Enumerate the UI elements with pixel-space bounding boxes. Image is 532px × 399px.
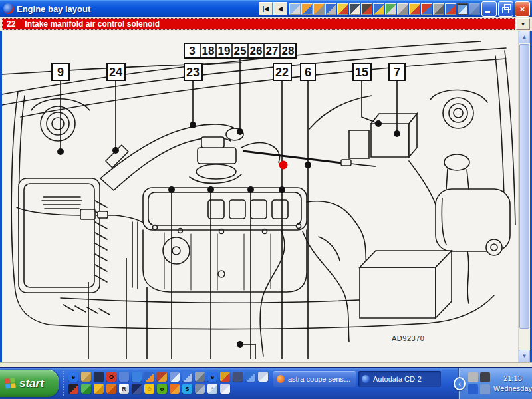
diagram-ref-code: AD92370: [392, 334, 424, 342]
window-bottom-border: [0, 362, 532, 367]
windows-flag-icon: [5, 378, 15, 388]
email-client-icon[interactable]: [182, 372, 192, 382]
system-tray: ‹ 21:13 Wednesday: [458, 368, 532, 399]
msn-people-icon[interactable]: [81, 384, 91, 394]
tray-chevron-button[interactable]: ‹: [454, 377, 466, 390]
component-dropdown[interactable]: 22 Intake manifold air control solenoid: [2, 18, 515, 30]
game-pad-icon[interactable]: [233, 372, 243, 382]
app-window: Engine bay layout |◀ ◀ × 22 Intake manif…: [0, 0, 532, 399]
scrollbar-track[interactable]: [519, 329, 530, 350]
color-grid-icon[interactable]: [68, 384, 78, 394]
skype-icon[interactable]: S: [182, 384, 192, 394]
diagram-canvas: 3 18 19 25 26 27 28 9 24 23: [0, 31, 532, 362]
svg-text:27: 27: [266, 45, 279, 57]
clock-time: 21:13: [493, 374, 532, 384]
media-plane-icon[interactable]: [132, 372, 142, 382]
quick-launch: eOe R☺oS*: [68, 368, 268, 399]
callout-group-box[interactable]: 3 18 19 25 26 27 28: [184, 43, 296, 58]
paperclip-tool-icon[interactable]: [119, 372, 129, 382]
green-player-icon[interactable]: o: [157, 384, 167, 394]
fuel-system-icon[interactable]: [361, 3, 372, 15]
callout-7[interactable]: 7: [389, 63, 405, 80]
smiley-app-icon[interactable]: ☺: [144, 384, 154, 394]
road-test-icon[interactable]: [289, 3, 301, 15]
svg-text:18: 18: [202, 45, 215, 57]
clock-day: Wednesday: [493, 384, 532, 394]
wheels-tyres-icon[interactable]: [313, 3, 325, 15]
search-doc-icon[interactable]: [220, 384, 230, 394]
start-button[interactable]: start: [0, 370, 59, 397]
documents-folder-icon[interactable]: [81, 372, 91, 382]
mute-speaker-icon[interactable]: [468, 372, 478, 382]
callout-23[interactable]: 23: [184, 63, 202, 80]
flash-app-icon[interactable]: [106, 384, 116, 394]
callout-24[interactable]: 24: [107, 63, 125, 80]
taskbar-window-autodata[interactable]: Autodata CD-2: [358, 371, 441, 387]
callout-6[interactable]: 6: [301, 63, 315, 80]
opera-browser-icon[interactable]: O: [106, 372, 116, 382]
tray-clock[interactable]: 21:13 Wednesday: [493, 374, 532, 394]
transmission-icon[interactable]: [433, 3, 444, 15]
engine-bay-icon[interactable]: [457, 3, 468, 15]
svg-text:23: 23: [186, 66, 200, 79]
internet-explorer-icon[interactable]: e: [68, 372, 78, 382]
mail-notifier-icon[interactable]: [480, 372, 490, 382]
bowling-ball-icon[interactable]: [132, 384, 142, 394]
svg-text:25: 25: [234, 45, 247, 57]
tools-icon[interactable]: [337, 3, 348, 15]
nav-first-button[interactable]: |◀: [259, 2, 273, 15]
nav-back-button[interactable]: ◀: [273, 2, 287, 15]
svg-text:19: 19: [218, 45, 231, 57]
faded-app-icon[interactable]: [258, 372, 268, 382]
vertical-scrollbar[interactable]: ▲ ▼: [518, 31, 530, 362]
close-button[interactable]: ×: [515, 1, 530, 17]
snowflake-app-icon[interactable]: *: [207, 384, 217, 394]
crash-data-icon[interactable]: [409, 3, 420, 15]
thunderbird-icon[interactable]: [468, 384, 478, 394]
r-app-icon[interactable]: R: [119, 384, 129, 394]
scroll-up-button[interactable]: ▲: [519, 31, 530, 43]
svg-text:6: 6: [305, 66, 311, 79]
warning-systems-icon[interactable]: [445, 3, 456, 15]
scrollbar-thumb[interactable]: [519, 44, 529, 329]
character-figure-icon[interactable]: [220, 372, 230, 382]
tray-icons: [468, 372, 491, 394]
photo-viewer-icon[interactable]: [144, 372, 154, 382]
service-schedule-icon[interactable]: [301, 3, 313, 15]
print-icon[interactable]: [385, 3, 396, 15]
repair-tool-icon[interactable]: [157, 372, 167, 382]
blue-globe-icon[interactable]: [245, 372, 255, 382]
engine-icon[interactable]: [349, 3, 360, 15]
restore-button[interactable]: [498, 1, 513, 17]
engine-bay-diagram: 3 18 19 25 26 27 28 9 24 23: [2, 31, 518, 362]
windows-update-icon[interactable]: [480, 384, 490, 394]
highlight-marker-22[interactable]: [279, 161, 288, 170]
callout-15[interactable]: 15: [353, 63, 371, 80]
text-document-icon[interactable]: [170, 372, 180, 382]
phone-dialer-icon[interactable]: [195, 372, 205, 382]
electrics-icon[interactable]: [373, 3, 384, 15]
scroll-down-button[interactable]: ▼: [519, 350, 530, 362]
callout-9[interactable]: 9: [52, 63, 69, 80]
bodywork-icon[interactable]: [397, 3, 408, 15]
firefox-icon[interactable]: [170, 384, 180, 394]
engine-line-art: [2, 41, 515, 356]
taskbar-window-astra[interactable]: astra coupe senso...: [273, 371, 356, 387]
browser-shortcut-icon[interactable]: e: [207, 372, 217, 382]
title-bar: Engine bay layout |◀ ◀ ×: [0, 0, 532, 17]
dropdown-arrow-button[interactable]: ▼: [516, 18, 530, 30]
system-gears-icon[interactable]: [195, 384, 205, 394]
messenger-icon[interactable]: [94, 384, 104, 394]
ink-pen-icon[interactable]: [94, 372, 104, 382]
minimize-button[interactable]: [481, 1, 497, 17]
window-title: Engine bay layout: [17, 4, 90, 14]
app-icon: [3, 3, 14, 14]
key-programming-icon[interactable]: [469, 3, 480, 15]
seats-icon[interactable]: [421, 3, 432, 15]
autodata-icon: [362, 375, 370, 383]
toolbar-icon-strip: [289, 3, 480, 15]
callout-22[interactable]: 22: [273, 63, 291, 80]
firefox-icon: [277, 375, 285, 383]
brakes-icon[interactable]: [325, 3, 336, 15]
svg-text:22: 22: [275, 66, 289, 79]
